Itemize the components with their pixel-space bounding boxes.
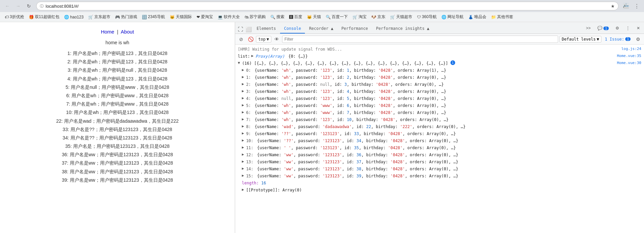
prototype-expand[interactable] xyxy=(242,187,244,193)
block-button[interactable]: 🚫 xyxy=(247,35,255,43)
dots-menu-button[interactable]: ⋮ xyxy=(623,25,633,32)
address-bar[interactable]: ⓘ localhost:8081/#/ ★ xyxy=(36,2,619,10)
bookmark-taobao2[interactable]: 🛒 淘宝 xyxy=(351,13,369,21)
item8-expand[interactable] xyxy=(242,124,244,129)
item13-expand[interactable] xyxy=(242,159,244,165)
tab-elements[interactable]: Elements xyxy=(253,24,280,34)
tab-performance-insights[interactable]: Performance insights ▲ xyxy=(372,24,433,34)
item2-expand[interactable] xyxy=(242,81,244,87)
tab-performance[interactable]: Performance xyxy=(337,24,372,34)
item-index: 0: xyxy=(246,67,254,73)
item4-expand[interactable] xyxy=(242,96,244,101)
star-icon[interactable]: ★ xyxy=(611,4,615,9)
chat-badge: 1 xyxy=(603,26,609,30)
home-link[interactable]: Home xyxy=(101,29,114,35)
bookmark-icon: 🏷 xyxy=(5,15,9,19)
item9-expand[interactable] xyxy=(242,131,244,136)
settings-button[interactable]: ⚙ xyxy=(613,25,622,32)
bookmark-3fold[interactable]: 🏷 3折优抢 xyxy=(3,13,26,21)
bookmark-tmall-super[interactable]: 🛒 天猫超市 xyxy=(388,13,414,21)
list-item: 1: 用户名是wh；用户密码是123，其生日是0428 xyxy=(13,49,221,58)
clear-console-button[interactable]: ⊘ xyxy=(237,35,245,43)
nav-separator: | xyxy=(117,29,118,35)
bookmark-icon: 🐱 xyxy=(307,15,312,19)
console-line-item-4: 4: {userName: null, password: '123', id:… xyxy=(235,95,644,102)
bookmark-2345[interactable]: 🔢 2345导航 xyxy=(140,13,167,21)
bookmark-taobao[interactable]: ❤ 爱淘宝 xyxy=(195,13,215,21)
bookmark-icon: 🌐 xyxy=(441,15,446,19)
item0-expand[interactable] xyxy=(242,67,244,73)
item3-expand[interactable] xyxy=(242,89,244,94)
webpage: Home | About home is wh 1: 用户名是wh；用户密码是1… xyxy=(0,22,235,233)
item1-expand[interactable] xyxy=(242,74,244,80)
item14-expand[interactable] xyxy=(242,166,244,172)
more-tabs-button[interactable]: >> xyxy=(583,25,593,32)
bookmark-icon: 👗 xyxy=(468,15,473,19)
console-settings-button[interactable]: ⚙ xyxy=(634,35,642,43)
about-link[interactable]: About xyxy=(121,29,134,35)
bookmark-search[interactable]: 🔍 搜索 xyxy=(268,13,286,21)
hmr-source[interactable]: log.js:24 xyxy=(621,46,641,52)
browser-topbar: ← → ↻ ⓘ localhost:8081/#/ ★ 🚈 ⋮ xyxy=(0,0,644,12)
top-context-dropdown[interactable]: top ▼ xyxy=(256,36,271,43)
bookmark-baidu-search[interactable]: 🔍 百度一下 xyxy=(324,13,350,21)
prototype-text: [[Prototype]]: Array(0) xyxy=(246,187,302,193)
bookmark-360[interactable]: 🛡 360导航 xyxy=(415,13,439,21)
list-item: 2: 用户名是wh；用户密码是123，其生日是0428 xyxy=(13,58,221,66)
console-line-item-11: 11: {userName: ' ', password: '123123', … xyxy=(235,144,644,152)
back-button[interactable]: ← xyxy=(3,1,12,11)
bookmarks-bar: 🏷 3折优抢 🎁 双11超级红包 🌐 hao123 🛒 京东超市 🎮 热门游戏 … xyxy=(0,12,644,22)
array-expand-arrow[interactable] xyxy=(238,60,240,66)
default-levels-dropdown[interactable]: Default levels ▼ xyxy=(559,36,601,43)
item10-expand[interactable] xyxy=(242,138,244,143)
devtools-panel: ⛶ ⬜ Elements Console Recorder ▲ Performa… xyxy=(235,22,644,233)
device-toolbar-button[interactable]: ⬜ xyxy=(245,25,253,34)
bookmark-icon: 🎮 xyxy=(115,15,120,19)
item11-expand[interactable] xyxy=(242,145,244,151)
bookmark-suning[interactable]: 🛍 苏宁易购 xyxy=(243,13,268,21)
close-devtools-button[interactable]: ✕ xyxy=(634,25,643,32)
bookmark-baidu[interactable]: 🅱 百度 xyxy=(287,13,304,21)
console-line-item-13: 13: {userName: 'ww', password: '123123',… xyxy=(235,159,644,166)
proxy-expand-arrow[interactable] xyxy=(251,53,254,59)
bookmark-tmall-intl[interactable]: 🐱 天猫国际 xyxy=(168,13,194,21)
item15-expand[interactable] xyxy=(242,173,244,179)
forward-button[interactable]: → xyxy=(13,1,23,11)
bookmark-jd[interactable]: 🛒 京东超市 xyxy=(86,13,112,21)
filter-input[interactable] xyxy=(282,36,558,43)
tab-console[interactable]: Console xyxy=(280,24,305,34)
console-line-item-2: 2: {userName: 'wh', password: null, id: … xyxy=(235,81,644,88)
bookmark-software[interactable]: 💻 软件大全 xyxy=(216,13,242,21)
item7-expand[interactable] xyxy=(242,117,244,122)
bookmark-hao123[interactable]: 🌐 hao123 xyxy=(62,14,86,20)
item12-expand[interactable] xyxy=(242,152,244,158)
chat-button[interactable]: 💬 1 xyxy=(595,25,611,32)
inspect-element-button[interactable]: ⛶ xyxy=(236,25,245,34)
list-source[interactable]: Home.vue:35 xyxy=(617,53,641,59)
bookmark-vip[interactable]: 👗 唯品会 xyxy=(466,13,488,21)
console-line-item-0: 0: {userName: 'wh', password: '123', id:… xyxy=(235,67,644,74)
bookmark-double11[interactable]: 🎁 双11超级红包 xyxy=(27,13,61,21)
menu-button[interactable]: ⋮ xyxy=(632,1,641,11)
bookmark-folder-icon: 📁 xyxy=(491,15,496,19)
eye-button[interactable]: 👁 xyxy=(273,35,281,43)
bookmark-jd2[interactable]: 🐶 京东 xyxy=(369,13,387,21)
bookmark-nav[interactable]: 🌐 网址导航 xyxy=(439,13,466,21)
main-content: Home | About home is wh 1: 用户名是wh；用户密码是1… xyxy=(0,22,644,233)
bookmark-tmall[interactable]: 🐱 天猫 xyxy=(305,13,323,21)
item5-expand[interactable] xyxy=(242,103,244,108)
console-line-item-10: 10: {userName: '??', password: '123123',… xyxy=(235,137,644,144)
reload-button[interactable]: ↻ xyxy=(24,1,34,11)
bookmark-games[interactable]: 🎮 热门游戏 xyxy=(113,13,139,21)
array-source[interactable]: Home.vue:30 xyxy=(617,60,641,66)
issue-badge[interactable]: 1 Issue: 1 xyxy=(603,36,633,42)
bookmark-more[interactable]: 📁 其他书签 xyxy=(489,13,515,21)
nav-buttons: ← → ↻ xyxy=(3,1,34,11)
bookmark-icon: 💻 xyxy=(218,15,223,19)
bookmark-icon: 🅱 xyxy=(289,15,293,19)
devtools-tabs: ⛶ ⬜ Elements Console Recorder ▲ Performa… xyxy=(235,22,644,34)
issue-number-badge: 1 xyxy=(625,37,631,41)
tab-recorder[interactable]: Recorder ▲ xyxy=(305,24,337,34)
item6-expand[interactable] xyxy=(242,110,244,115)
extensions-button[interactable]: 🚈 xyxy=(621,1,631,11)
